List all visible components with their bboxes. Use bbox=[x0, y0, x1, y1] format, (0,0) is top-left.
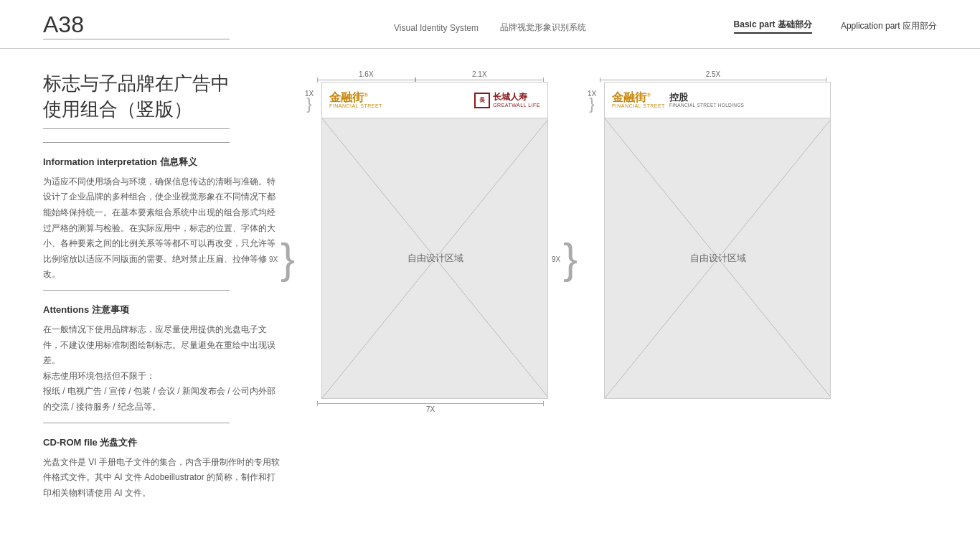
section-cdrom-divider bbox=[43, 423, 230, 423]
changcheng-logo: 長 长城人寿 GREATWALL LIFE bbox=[474, 92, 540, 108]
diagram1-y-label-1x: 1X } bbox=[301, 82, 317, 118]
dim1-16x-label: 1.6X bbox=[359, 70, 374, 78]
page-container: A38 Visual Identity System 品牌视觉形象识别系统 Ba… bbox=[0, 0, 980, 551]
dim2-25x-label: 2.5X bbox=[706, 70, 721, 78]
main-content: 标志与子品牌在广告中使用组合（竖版） Information interpret… bbox=[0, 49, 980, 551]
dim1-21x: 2.1X bbox=[415, 70, 544, 80]
header-divider bbox=[43, 39, 230, 39]
dim2-25x: 2.5X bbox=[600, 70, 826, 80]
diagram2-top-dims: 2.5X bbox=[600, 70, 826, 80]
dim1-16x: 1.6X bbox=[317, 70, 415, 80]
diagram1-brace-top: } bbox=[306, 98, 311, 110]
changcheng-en: GREATWALL LIFE bbox=[493, 103, 540, 108]
diagram1-body: 自由设计区域 bbox=[322, 118, 548, 398]
diagram1-top-dims: 1.6X 2.1X bbox=[317, 70, 544, 80]
jrj-holdings-logo: 金融街® FINANCIAL STREET 控股 FINANCIAL STREE… bbox=[612, 92, 744, 108]
section-info-divider bbox=[43, 142, 230, 143]
jrj-logo-text: 金融街® bbox=[329, 92, 382, 103]
section-info-title: Information interpretation 信息释义 bbox=[43, 156, 280, 169]
diagrams-row: 1.6X 2.1X bbox=[301, 70, 937, 413]
diagram1-container: 1.6X 2.1X bbox=[301, 70, 548, 413]
diagram1-bottom-label-row: 7X bbox=[317, 403, 544, 413]
diagram2-container: 2.5X 1X } bbox=[584, 70, 831, 399]
section-info-text: 为适应不同使用场合与环境，确保信息传达的清晰与准确。特设计了企业品牌的多种组合，… bbox=[43, 174, 280, 283]
section-attention-title: Attentions 注意事项 bbox=[43, 303, 280, 316]
section-attention-title-cn: 注意事项 bbox=[92, 304, 129, 315]
header-left: A38 bbox=[43, 13, 230, 39]
holdings-cn: 控股 bbox=[669, 92, 744, 103]
changcheng-cn: 长城人寿 bbox=[493, 92, 540, 102]
jrj-logo-wrapper: 金融街® FINANCIAL STREET bbox=[329, 92, 382, 108]
header-center-nav: Visual Identity System 品牌视觉形象识别系统 bbox=[394, 22, 586, 34]
left-panel: 标志与子品牌在广告中使用组合（竖版） Information interpret… bbox=[43, 70, 280, 529]
holdings-text-wrapper: 控股 FINANCIAL STREET HOLDINGS bbox=[669, 92, 744, 108]
diagram2-box: 金融街® FINANCIAL STREET 控股 FINANCIAL STREE… bbox=[604, 82, 831, 399]
section-cdrom-text: 光盘文件是 VI 手册电子文件的集合，内含手册制作时的专用软件格式文件。其中 A… bbox=[43, 455, 280, 501]
diagram1-body-label: 自由设计区域 bbox=[407, 252, 463, 265]
diagram2-y-label-9x-wrapper: 9X } bbox=[584, 119, 600, 399]
diagram2-body: 自由设计区域 bbox=[605, 118, 831, 398]
diagram2-brace-top: } bbox=[589, 98, 594, 110]
section-info-title-en: Information interpretation bbox=[43, 156, 157, 167]
section-attention-title-en: Attentions bbox=[43, 304, 89, 315]
section-attention-divider bbox=[43, 290, 230, 291]
section-info-title-cn: 信息释义 bbox=[160, 156, 197, 167]
right-panel: 1.6X 2.1X bbox=[301, 70, 937, 529]
changcheng-char: 長 bbox=[479, 96, 485, 104]
dim1-21x-label: 2.1X bbox=[472, 70, 487, 78]
diagram2-header: 金融街® FINANCIAL STREET 控股 FINANCIAL STREE… bbox=[605, 83, 830, 118]
diagram1-brace-body: } bbox=[281, 237, 295, 281]
changcheng-text-wrapper: 长城人寿 GREATWALL LIFE bbox=[493, 92, 540, 108]
section-cdrom-title: CD-ROM file 光盘文件 bbox=[43, 436, 280, 449]
diagram1-wrapper: 1X } 金融街® FINANCIAL STR bbox=[301, 82, 548, 399]
jrj-h-logo-text: 金融街® bbox=[612, 92, 665, 103]
changcheng-box-icon: 長 bbox=[474, 93, 490, 108]
jrj-h-logo-wrapper: 金融街® FINANCIAL STREET bbox=[612, 92, 665, 108]
holdings-sub: FINANCIAL STREET HOLDINGS bbox=[669, 103, 744, 108]
title-divider bbox=[43, 128, 230, 129]
diagram2-wrapper: 1X } 金融街® FINANCIAL STR bbox=[584, 82, 831, 399]
diagram2-body-label: 自由设计区域 bbox=[690, 252, 746, 265]
section-attention-text: 在一般情况下使用品牌标志，应尽量使用提供的光盘电子文件，不建议使用标准制图绘制标… bbox=[43, 322, 280, 415]
diagram1-y-label-9x-wrapper: 9X } bbox=[301, 119, 317, 399]
jrj-logo-sub: FINANCIAL STREET bbox=[329, 103, 382, 108]
nav-basic-part[interactable]: Basic part 基础部分 bbox=[734, 19, 812, 34]
diagram1-box: 金融街® FINANCIAL STREET 長 bbox=[321, 82, 548, 399]
jrj-h-logo-sub: FINANCIAL STREET bbox=[612, 103, 665, 108]
jrj-logo: 金融街® FINANCIAL STREET bbox=[329, 92, 382, 108]
diagram2-brace-body: } bbox=[563, 237, 578, 281]
diagram1-header: 金融街® FINANCIAL STREET 長 bbox=[322, 83, 547, 118]
page-title: 标志与子品牌在广告中使用组合（竖版） bbox=[43, 70, 280, 123]
nav-vis-label: Visual Identity System bbox=[394, 23, 479, 33]
section-cdrom-title-en: CD-ROM file bbox=[43, 437, 98, 448]
diagram2-y-label-1x: 1X } bbox=[584, 82, 600, 118]
diagram2-9x-text: 9X bbox=[552, 255, 560, 263]
diagram1-7x-dim: 7X bbox=[317, 403, 544, 413]
diagram1-9x-text: 9X bbox=[269, 255, 278, 263]
header-right-nav: Basic part 基础部分 Application part 应用部分 bbox=[734, 19, 937, 34]
diagram1-7x-label: 7X bbox=[426, 405, 435, 413]
nav-application-part[interactable]: Application part 应用部分 bbox=[841, 20, 937, 32]
header: A38 Visual Identity System 品牌视觉形象识别系统 Ba… bbox=[0, 0, 980, 49]
section-cdrom-title-cn: 光盘文件 bbox=[100, 437, 137, 448]
page-number: A38 bbox=[43, 13, 230, 36]
nav-cn-label: 品牌视觉形象识别系统 bbox=[500, 22, 586, 34]
